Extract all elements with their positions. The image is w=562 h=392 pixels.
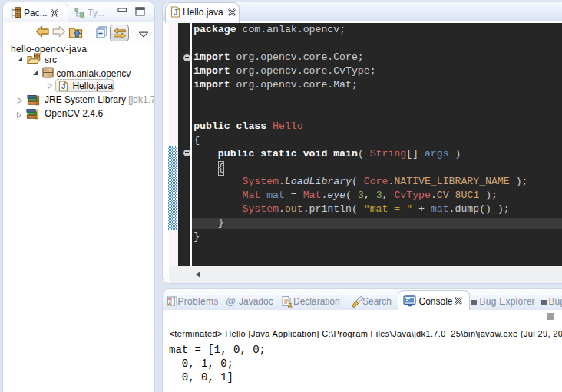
svg-text:J: J: [61, 82, 65, 91]
svg-text:J: J: [174, 8, 178, 17]
